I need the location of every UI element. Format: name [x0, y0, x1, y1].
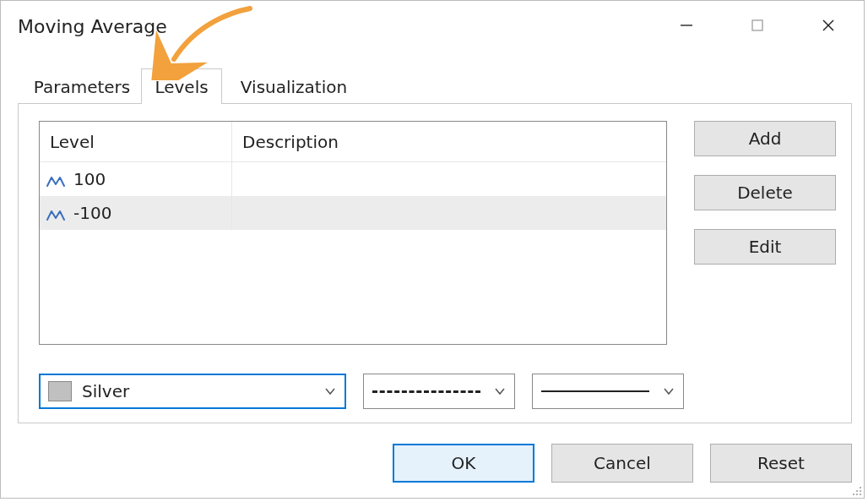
- svg-point-4: [853, 494, 854, 495]
- edit-button[interactable]: Edit: [694, 229, 836, 265]
- cancel-button[interactable]: Cancel: [551, 444, 693, 483]
- tab-content-levels: Level Description 100-100 Add Delete Edi…: [18, 103, 852, 423]
- window-title: Moving Average: [18, 16, 167, 37]
- level-line-icon: [46, 172, 65, 186]
- tab-levels[interactable]: Levels: [141, 68, 222, 104]
- line-preview-icon: [541, 390, 649, 392]
- tab-visualization[interactable]: Visualization: [222, 68, 366, 104]
- button-label: Edit: [749, 237, 782, 257]
- table-row[interactable]: 100: [40, 162, 666, 196]
- color-swatch-icon: [48, 381, 72, 401]
- button-label: Add: [749, 128, 782, 149]
- button-label: Reset: [757, 453, 805, 473]
- ok-button[interactable]: OK: [393, 444, 534, 483]
- tab-parameters[interactable]: Parameters: [23, 68, 141, 104]
- delete-button[interactable]: Delete: [694, 175, 836, 210]
- dialog-window: Moving Average Parameter: [0, 0, 865, 499]
- svg-point-7: [856, 490, 858, 492]
- title-bar: Moving Average: [1, 1, 864, 52]
- button-label: Delete: [737, 183, 793, 203]
- close-button[interactable]: [793, 1, 864, 50]
- chevron-down-icon: [663, 381, 675, 401]
- dash-preview-icon: [372, 390, 480, 393]
- minimize-button[interactable]: [651, 1, 722, 50]
- header-level[interactable]: Level: [40, 122, 232, 161]
- dialog-buttons: OK Cancel Reset: [393, 444, 852, 483]
- level-line-icon: [46, 206, 65, 220]
- window-controls: [651, 1, 864, 50]
- line-color-combo[interactable]: Silver: [39, 374, 346, 409]
- reset-button[interactable]: Reset: [710, 444, 852, 483]
- resize-grip-icon[interactable]: [849, 483, 862, 496]
- header-description[interactable]: Description: [232, 122, 666, 161]
- levels-table[interactable]: Level Description 100-100: [39, 121, 667, 345]
- svg-rect-1: [752, 20, 762, 30]
- button-label: Cancel: [594, 453, 651, 473]
- side-buttons: Add Delete Edit: [694, 121, 836, 265]
- line-width-combo[interactable]: [532, 374, 684, 409]
- add-button[interactable]: Add: [694, 121, 836, 156]
- table-header: Level Description: [40, 122, 666, 162]
- tab-label: Visualization: [241, 77, 347, 97]
- svg-point-5: [856, 494, 858, 495]
- level-value: 100: [73, 169, 106, 189]
- line-style-combo[interactable]: [363, 374, 515, 409]
- button-label: OK: [452, 453, 476, 473]
- level-value: -100: [73, 203, 111, 223]
- svg-point-6: [860, 494, 861, 495]
- style-row: Silver: [39, 374, 684, 409]
- svg-point-9: [860, 487, 861, 488]
- color-name-label: Silver: [82, 381, 129, 401]
- tab-label: Levels: [155, 77, 208, 97]
- svg-point-8: [860, 490, 861, 492]
- table-body: 100-100: [40, 162, 666, 230]
- tab-area: Parameters Levels Visualization Level De…: [18, 68, 852, 423]
- table-row[interactable]: -100: [40, 196, 666, 230]
- chevron-down-icon: [494, 381, 506, 401]
- tab-label: Parameters: [34, 77, 130, 97]
- tab-strip: Parameters Levels Visualization: [18, 68, 852, 104]
- chevron-down-icon: [324, 381, 336, 401]
- maximize-button[interactable]: [722, 1, 793, 50]
